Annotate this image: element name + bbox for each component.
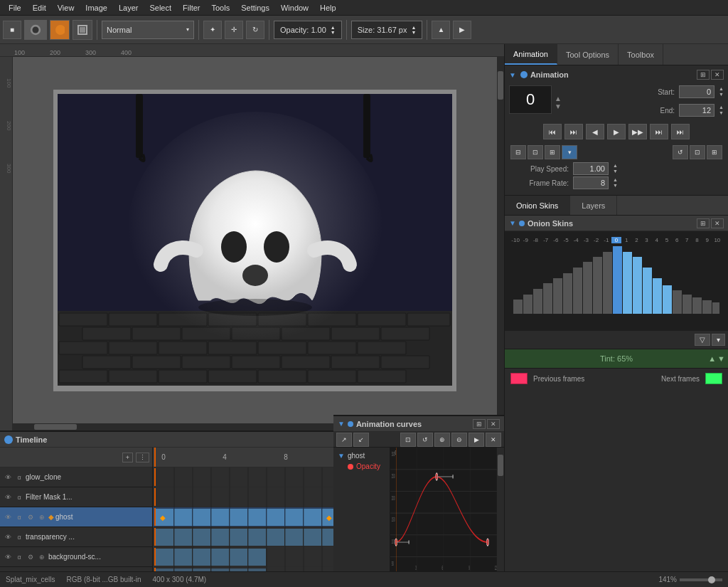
layer-alpha-icon-5[interactable]: α (14, 552, 24, 562)
curves-vscrollbar[interactable] (497, 448, 504, 571)
handle-point-1[interactable] (408, 540, 410, 544)
bar-p3[interactable] (643, 268, 652, 314)
bar-m8[interactable] (533, 289, 542, 314)
end-input[interactable] (679, 104, 714, 117)
transport-prev-key[interactable]: ⏭ (564, 124, 583, 139)
end-up[interactable]: ▲ (719, 105, 724, 110)
transport-end[interactable]: ⏭ (671, 124, 690, 139)
bar-m7[interactable] (543, 283, 552, 314)
play-speed-input[interactable] (573, 162, 609, 175)
frame-rate-arrows[interactable]: ▲ ▼ (613, 177, 618, 189)
fr-down[interactable]: ▼ (613, 183, 618, 189)
bar-p9[interactable] (702, 300, 712, 314)
layer-alpha-icon-3[interactable]: α (14, 512, 24, 522)
blend-mode-dropdown[interactable]: Normal ▾ (102, 21, 194, 39)
layer-visible-icon-4[interactable]: 👁 (3, 532, 13, 542)
onion-filter-btn[interactable]: ▽ (695, 334, 710, 346)
canvas-vscroll-thumb[interactable] (498, 71, 503, 100)
triangle-tool-1[interactable]: ▲ (432, 21, 450, 39)
end-down[interactable]: ▼ (719, 110, 724, 116)
menu-image[interactable]: Image (80, 2, 113, 14)
menu-view[interactable]: View (52, 2, 80, 14)
tint-down[interactable]: ▼ (717, 354, 725, 363)
ps-up[interactable]: ▲ (613, 163, 618, 169)
canvas-container[interactable] (13, 57, 497, 423)
layer-alpha-icon-2[interactable]: α (14, 492, 24, 502)
transport-rewind[interactable]: ⏮ (543, 124, 562, 139)
end-arrows[interactable]: ▲ ▼ (719, 105, 724, 117)
anim-detach-btn[interactable]: ⊞ (697, 70, 710, 80)
tab-animation[interactable]: Animation (505, 44, 557, 65)
tab-tool-options[interactable]: Tool Options (557, 44, 619, 65)
tab-toolbox[interactable]: Toolbox (619, 44, 663, 65)
layer-visible-icon-3[interactable]: 👁 (3, 512, 13, 522)
bar-m9[interactable] (523, 295, 532, 314)
sub-tab-onion-skins[interactable]: Onion Skins (505, 196, 570, 215)
frame-rate-input[interactable] (573, 176, 609, 189)
layer-row-transparency[interactable]: 👁 α transparency ... (0, 527, 152, 547)
zoom-thumb[interactable] (708, 576, 715, 583)
zoom-slider[interactable] (680, 578, 722, 581)
canvas-vscrollbar[interactable] (497, 57, 504, 423)
bar-m5[interactable] (563, 273, 572, 314)
layer-effect-icon-5[interactable]: ⊕ (37, 552, 47, 562)
fr-up[interactable]: ▲ (613, 177, 618, 183)
transport-play[interactable]: ▶ (607, 124, 626, 139)
menu-edit[interactable]: Edit (27, 2, 52, 14)
onion-expand-icon[interactable]: ▼ (509, 219, 516, 227)
ec-btn-4[interactable]: ▾ (562, 145, 577, 159)
tint-arrows[interactable]: ▲ ▼ (708, 354, 725, 363)
frame-up-arrow[interactable]: ▲ (555, 95, 562, 102)
transport-next-key[interactable]: ⏭ (650, 124, 668, 139)
tint-bar[interactable]: Tint: 65% ▲ ▼ (505, 349, 728, 369)
start-down[interactable]: ▼ (719, 92, 724, 97)
bar-p4[interactable] (653, 278, 662, 314)
start-arrows[interactable]: ▲ ▼ (719, 86, 724, 98)
bar-m6[interactable] (553, 278, 562, 314)
frame-counter-arrows[interactable]: ▲ ▼ (555, 95, 562, 110)
start-input[interactable] (679, 85, 714, 98)
curves-vscroll-thumb[interactable] (498, 455, 503, 476)
menu-filter[interactable]: Filter (177, 2, 205, 14)
menu-tools[interactable]: Tools (206, 2, 236, 14)
ps-down[interactable]: ▼ (613, 169, 618, 174)
bar-p1[interactable] (623, 252, 632, 314)
add-layer-btn[interactable]: + (122, 453, 133, 462)
start-up[interactable]: ▲ (719, 86, 724, 92)
opacity-up[interactable]: ▲ (331, 25, 336, 30)
tint-up[interactable]: ▲ (708, 354, 716, 363)
layer-visible-icon-5[interactable]: 👁 (3, 552, 13, 562)
anim-close-btn[interactable]: ✕ (711, 70, 724, 80)
triangle-tool-2[interactable]: ▶ (453, 21, 471, 39)
layer-row-filter-mask[interactable]: 👁 α Filter Mask 1... (0, 487, 152, 507)
curves-tool-2[interactable]: ↙ (353, 433, 369, 447)
curves-tool-5[interactable]: ⊕ (434, 433, 450, 447)
eraser-tool[interactable]: ✦ (203, 21, 222, 39)
refresh-tool[interactable]: ↻ (246, 21, 264, 39)
size-arrows[interactable]: ▲ ▼ (411, 25, 416, 35)
bar-m1[interactable] (603, 252, 612, 314)
onion-close-btn[interactable]: ✕ (711, 218, 724, 228)
layer-row-background-sc[interactable]: 👁 α ⚙ ⊕ background-sc... (0, 547, 152, 567)
prev-color-box[interactable] (510, 373, 528, 384)
move-tool[interactable]: ✛ (225, 21, 243, 39)
tool-btn-1[interactable]: ■ (3, 21, 21, 39)
menu-file[interactable]: File (3, 2, 27, 14)
size-up[interactable]: ▲ (411, 25, 416, 30)
curves-tool-1[interactable]: ↗ (336, 433, 352, 447)
menu-window[interactable]: Window (275, 2, 314, 14)
bar-p6[interactable] (673, 290, 682, 314)
layer-row-ghost[interactable]: 👁 α ⚙ ⊕ ◆ ghost (0, 507, 152, 527)
layer-alpha-icon[interactable]: α (14, 472, 24, 482)
play-speed-arrows[interactable]: ▲ ▼ (613, 163, 618, 175)
ec-btn-7[interactable]: ⊞ (707, 145, 722, 159)
curves-param-opacity[interactable]: Opacity (336, 461, 387, 472)
bar-p5[interactable] (663, 285, 672, 314)
ec-btn-2[interactable]: ⊡ (528, 145, 543, 159)
handle-point-2[interactable] (452, 475, 454, 479)
curves-tool-8[interactable]: ✕ (486, 433, 501, 447)
menu-layer[interactable]: Layer (113, 2, 144, 14)
bar-m10[interactable] (513, 300, 523, 314)
opacity-down[interactable]: ▼ (331, 30, 336, 35)
opacity-arrows[interactable]: ▲ ▼ (331, 25, 336, 35)
